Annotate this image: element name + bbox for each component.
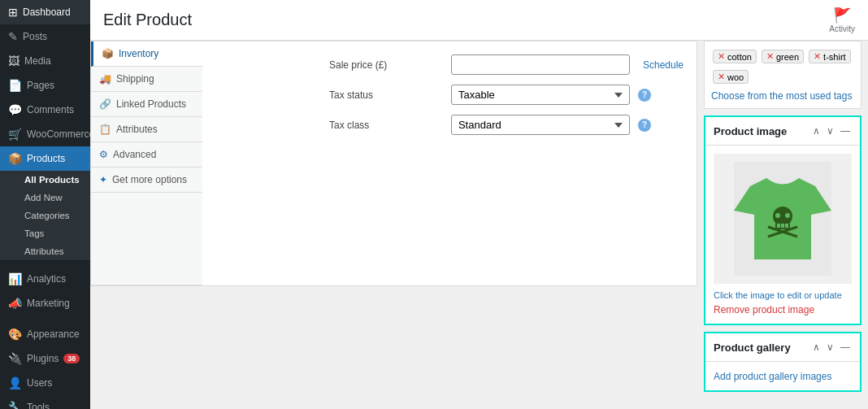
tag-remove-tshirt[interactable]: ✕: [814, 51, 821, 62]
sidebar-item-label: Posts: [23, 31, 47, 42]
sale-price-label: Sale price (£): [329, 59, 443, 71]
sidebar-item-woocommerce[interactable]: 🛒 WooCommerce: [0, 122, 90, 146]
product-gallery-body: Add product gallery images: [705, 362, 860, 390]
tab-get-more[interactable]: ✦ Get more options: [91, 168, 202, 193]
inventory-icon: 📦: [102, 48, 114, 59]
sidebar-item-label: Marketing: [27, 298, 70, 309]
all-products-label: All Products: [24, 175, 80, 185]
tags-label: Tags: [24, 228, 44, 238]
most-used-tags-link[interactable]: Choose from the most used tags: [711, 90, 854, 102]
sidebar-item-pages[interactable]: 📄 Pages: [0, 73, 90, 98]
click-to-edit-text: Click the image to: [714, 290, 787, 300]
tax-class-select[interactable]: Standard Reduced rate Zero rate: [451, 115, 630, 135]
sidebar-item-users[interactable]: 👤 Users: [0, 371, 90, 395]
tag-cotton-label: cotton: [727, 52, 752, 62]
product-tabs-nav: 📦 Inventory 🚚 Shipping 🔗 Linked Products…: [91, 41, 202, 285]
topbar-right: 🚩 Activity: [829, 7, 855, 33]
marketing-icon: 📣: [8, 297, 22, 310]
metabox-close-button[interactable]: —: [839, 124, 852, 138]
tag-tshirt: ✕ t-shirt: [809, 50, 851, 63]
page-title: Edit Product: [103, 11, 192, 29]
sidebar-item-label: Media: [24, 55, 51, 67]
submenu-add-new[interactable]: Add New: [16, 189, 90, 207]
products-submenu: All Products Add New Categories Tags Att…: [0, 171, 90, 260]
product-gallery-title: Product gallery: [714, 342, 791, 354]
sidebar-item-dashboard[interactable]: ⊞ Dashboard: [0, 0, 90, 24]
activity-button[interactable]: 🚩 Activity: [829, 7, 855, 33]
sidebar-item-label: Comments: [27, 104, 74, 115]
tags-list-2: ✕ woo: [711, 68, 854, 85]
sidebar-item-marketing[interactable]: 📣 Marketing: [0, 291, 90, 315]
tag-remove-woo[interactable]: ✕: [718, 72, 725, 82]
tag-remove-green[interactable]: ✕: [766, 51, 774, 62]
tags-list: ✕ cotton ✕ green ✕ t-shirt: [711, 48, 854, 65]
tag-tshirt-label: t-shirt: [823, 52, 846, 62]
sale-price-input[interactable]: [451, 54, 630, 75]
products-icon: 📦: [8, 152, 22, 165]
sidebar-item-label: WooCommerce: [27, 128, 90, 140]
tag-remove-cotton[interactable]: ✕: [718, 51, 725, 62]
shipping-icon: 🚚: [99, 73, 111, 85]
add-gallery-images-link[interactable]: Add product gallery images: [714, 371, 831, 382]
sidebar-item-media[interactable]: 🖼 Media: [0, 49, 90, 73]
sidebar-item-products[interactable]: 📦 Products: [0, 146, 90, 171]
sidebar-item-label: Products: [27, 153, 65, 164]
tax-status-help-icon[interactable]: ?: [638, 89, 651, 102]
flag-icon: 🚩: [833, 7, 851, 24]
sidebar-item-plugins[interactable]: 🔌 Plugins 38: [0, 346, 90, 371]
advanced-icon: ⚙: [99, 149, 108, 160]
submenu-attributes[interactable]: Attributes: [16, 242, 90, 260]
sidebar-item-tools[interactable]: 🔧 Tools: [0, 395, 90, 409]
product-image-header: Product image ∧ ∨ —: [705, 117, 860, 146]
tax-status-select[interactable]: Taxable Shipping only None: [451, 85, 630, 105]
gallery-collapse-up-button[interactable]: ∧: [811, 340, 822, 355]
sidebar-item-label: Appearance: [27, 329, 80, 340]
tags-panel: ✕ cotton ✕ green ✕ t-shirt ✕ woo: [704, 41, 861, 109]
tab-advanced[interactable]: ⚙ Advanced: [91, 142, 202, 168]
tab-label: Shipping: [116, 73, 154, 85]
tab-attributes[interactable]: 📋 Attributes: [91, 117, 202, 142]
sidebar-item-label: Plugins: [27, 353, 59, 364]
tab-label: Linked Products: [116, 98, 186, 110]
get-more-icon: ✦: [99, 174, 107, 185]
tag-green-label: green: [776, 52, 799, 62]
tab-shipping[interactable]: 🚚 Shipping: [91, 67, 202, 92]
svg-point-7: [785, 213, 790, 218]
content-area: 📦 Inventory 🚚 Shipping 🔗 Linked Products…: [90, 41, 868, 409]
sidebar-item-appearance[interactable]: 🎨 Appearance: [0, 322, 90, 346]
sidebar: ⊞ Dashboard ✎ Posts 🖼 Media 📄 Pages 💬 Co…: [0, 0, 90, 409]
tax-class-label: Tax class: [329, 120, 443, 131]
attributes-label: Attributes: [24, 246, 64, 256]
sidebar-item-comments[interactable]: 💬 Comments: [0, 98, 90, 122]
remove-product-image-link[interactable]: Remove product image: [714, 304, 814, 315]
gallery-collapse-down-button[interactable]: ∨: [825, 340, 835, 355]
metabox-controls: ∧ ∨ —: [811, 124, 852, 138]
tab-label: Inventory: [119, 48, 158, 59]
sidebar-item-label: Dashboard: [23, 7, 71, 18]
tax-class-help-icon[interactable]: ?: [638, 119, 651, 132]
metabox-collapse-down-button[interactable]: ∨: [825, 124, 835, 138]
tab-inventory[interactable]: 📦 Inventory: [91, 41, 202, 67]
woocommerce-icon: 🛒: [8, 128, 22, 141]
posts-icon: ✎: [8, 30, 18, 43]
submenu-all-products[interactable]: All Products: [16, 171, 90, 189]
comments-icon: 💬: [8, 103, 22, 116]
pages-icon: 📄: [8, 79, 22, 92]
metabox-collapse-up-button[interactable]: ∧: [811, 124, 822, 138]
tab-label: Attributes: [116, 124, 158, 135]
edit-link[interactable]: edit or update: [787, 290, 841, 300]
product-data-panel: 📦 Inventory 🚚 Shipping 🔗 Linked Products…: [90, 41, 697, 409]
gallery-close-button[interactable]: —: [839, 340, 852, 355]
submenu-categories[interactable]: Categories: [16, 207, 90, 224]
tab-label: Get more options: [112, 174, 187, 185]
sidebar-item-label: Pages: [27, 80, 54, 91]
sidebar-item-label: Tools: [27, 402, 50, 409]
product-image-body: Click the image to edit or update Remove…: [705, 146, 860, 324]
tab-linked-products[interactable]: 🔗 Linked Products: [91, 92, 202, 117]
plugins-icon: 🔌: [8, 352, 22, 365]
product-image-thumbnail[interactable]: [714, 154, 852, 284]
submenu-tags[interactable]: Tags: [16, 224, 90, 242]
sidebar-item-analytics[interactable]: 📊 Analytics: [0, 267, 90, 291]
sidebar-item-posts[interactable]: ✎ Posts: [0, 24, 90, 49]
schedule-link[interactable]: Schedule: [643, 59, 684, 71]
